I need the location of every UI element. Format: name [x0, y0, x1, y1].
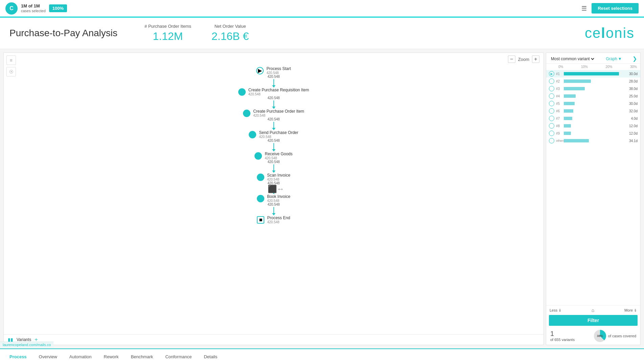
- variant-bar-1: [564, 72, 619, 75]
- flow-arrow-3: [272, 128, 275, 130]
- variant-num-3: #3: [556, 87, 562, 91]
- variant-bar-6: [564, 109, 573, 113]
- celonis-logo: celonis: [585, 25, 635, 41]
- variant-play-9[interactable]: [549, 131, 554, 136]
- node-icon-send-po: [249, 131, 256, 138]
- variant-duration-5: 30.0d: [625, 102, 638, 106]
- node-box-create-po: Create Purchase Order Item 420.548: [243, 109, 304, 117]
- variant-bar-wrap-4: [564, 94, 624, 98]
- flow-count-4: 420.548: [267, 139, 280, 142]
- page-title: Purchase-to-Pay Analysis: [9, 28, 117, 39]
- tab-overview[interactable]: Overview: [33, 350, 63, 363]
- variant-row-1[interactable]: ▶ #1 30.0d: [546, 70, 640, 77]
- zoom-out-button[interactable]: −: [508, 55, 515, 63]
- variant-row-3[interactable]: #3 38.0d: [546, 85, 640, 92]
- variant-type-dropdown[interactable]: Most common variant: [550, 56, 595, 62]
- graph-button[interactable]: Graph ▼: [606, 56, 622, 61]
- variant-play-6[interactable]: [549, 108, 554, 114]
- grid-tool-button[interactable]: ⌗: [6, 55, 16, 65]
- node-count-create-po: 420.548: [253, 114, 304, 117]
- variant-bar-wrap-3: [564, 87, 624, 91]
- end-icon: ■: [257, 216, 264, 224]
- zoom-in-button[interactable]: +: [532, 55, 539, 63]
- more-button[interactable]: More ⇓: [624, 308, 637, 313]
- axis-30: 30%: [630, 65, 637, 69]
- variant-bar-5: [564, 102, 575, 105]
- top-bar-left: C 1M of 1M cases selected 100%: [5, 2, 67, 15]
- variant-play-5[interactable]: [549, 101, 554, 106]
- node-count-book-invoice: 420.548: [267, 199, 290, 203]
- variant-row-6[interactable]: #6 32.0d: [546, 107, 640, 115]
- variant-duration-4: 25.0d: [625, 94, 638, 98]
- home-button[interactable]: ⌂: [592, 308, 594, 313]
- variant-play-others[interactable]: [549, 138, 554, 143]
- tab-benchmark[interactable]: Benchmark: [125, 350, 159, 363]
- cases-line1: 1M of 1M: [21, 3, 46, 9]
- po-items-value: 1.12M: [153, 30, 183, 43]
- process-flow: ▶ Process Start 420.548 420.548 Create: [4, 53, 543, 345]
- reset-selections-button[interactable]: Reset selections: [592, 3, 639, 14]
- tab-details[interactable]: Details: [198, 350, 223, 363]
- node-label-create-req: Create Purchase Requisition Item: [248, 88, 309, 92]
- node-label-book-invoice: Book Invoice: [267, 194, 290, 199]
- stat-cases-label: of cases covered: [608, 334, 636, 338]
- more-label: More: [624, 308, 633, 312]
- connector-5: 420.548: [267, 160, 280, 173]
- variant-row-5[interactable]: #5 30.0d: [546, 100, 640, 107]
- variants-tab-label[interactable]: Variants: [17, 337, 31, 342]
- variant-bar-wrap-9: [564, 131, 624, 135]
- node-box-start: ▶ Process Start 420.548: [256, 66, 291, 75]
- node-create-po: Create Purchase Order Item 420.548: [243, 109, 304, 117]
- variant-play-4[interactable]: [549, 93, 554, 99]
- tab-automation[interactable]: Automation: [63, 350, 98, 363]
- app-icon: C: [5, 2, 18, 15]
- variant-play-7[interactable]: [549, 116, 554, 121]
- zoom-label: Zoom: [518, 57, 529, 62]
- variant-row-7[interactable]: #7 4.0d: [546, 115, 640, 122]
- node-box-send-po: Send Purchase Order 420.548: [249, 130, 298, 139]
- variant-play-1[interactable]: ▶: [549, 71, 554, 76]
- variant-play-8[interactable]: [549, 123, 554, 129]
- variant-play-2[interactable]: [549, 78, 554, 84]
- variant-bar-wrap-8: [564, 124, 624, 128]
- tab-process[interactable]: Process: [3, 350, 33, 363]
- variant-num-7: #7: [556, 117, 562, 120]
- variant-play-3[interactable]: [549, 86, 554, 91]
- tab-conformance[interactable]: Conformance: [159, 350, 198, 363]
- flow-count-6: 420.548: [267, 181, 280, 185]
- node-label-create-po: Create Purchase Order Item: [253, 109, 304, 114]
- variant-row-9[interactable]: #9 12.0d: [546, 130, 640, 137]
- variant-row-others[interactable]: others 34.1d: [546, 137, 640, 144]
- node-create-req: Create Purchase Requisition Item 420.548: [238, 88, 309, 96]
- variant-row-4[interactable]: #4 25.0d: [546, 92, 640, 100]
- hamburger-icon[interactable]: ☰: [581, 5, 587, 12]
- node-box-create-req: Create Purchase Requisition Item 420.548: [238, 88, 309, 96]
- stat-variants: 1 of 655 variants: [550, 330, 575, 342]
- node-process-end: ■ Process End 420.548: [257, 215, 290, 224]
- variant-row-8[interactable]: #8 12.0d: [546, 122, 640, 130]
- variants-footer: Less ⇓ ⌂ More ⇓: [546, 305, 640, 315]
- node-count-scan-invoice: 420.548: [267, 178, 290, 181]
- node-label-send-po: Send Purchase Order: [259, 130, 298, 135]
- variant-row-2[interactable]: #2 28.0d: [546, 77, 640, 85]
- flow-line-7: [273, 207, 274, 213]
- less-button[interactable]: Less ⇓: [550, 308, 561, 313]
- next-variant-button[interactable]: ❯: [632, 55, 637, 62]
- tab-rework[interactable]: Rework: [98, 350, 125, 363]
- metrics-area: # Purchase Order Items 1.12M Net Order V…: [145, 24, 249, 43]
- net-order-value: 2.16B €: [212, 30, 249, 43]
- flow-line-4: [273, 143, 274, 149]
- variant-duration-1: 30.0d: [625, 72, 638, 76]
- filter-tool-button[interactable]: ☉: [6, 67, 16, 76]
- process-toolbar: ⌗ ☉: [6, 55, 16, 76]
- filter-button[interactable]: Filter: [549, 315, 638, 326]
- variant-duration-7: 4.0d: [625, 117, 638, 120]
- flow-arrow-2: [272, 107, 275, 109]
- node-label-start: Process Start: [266, 66, 291, 71]
- variant-num-2: #2: [556, 80, 562, 83]
- variants-stats: 1 of 655 variants 38% of cases covered: [546, 328, 640, 345]
- flow-line-6: [273, 186, 274, 192]
- stat-variants-number: 1: [550, 330, 575, 338]
- variant-num-4: #4: [556, 94, 562, 98]
- stat-variants-label: of 655 variants: [550, 338, 575, 342]
